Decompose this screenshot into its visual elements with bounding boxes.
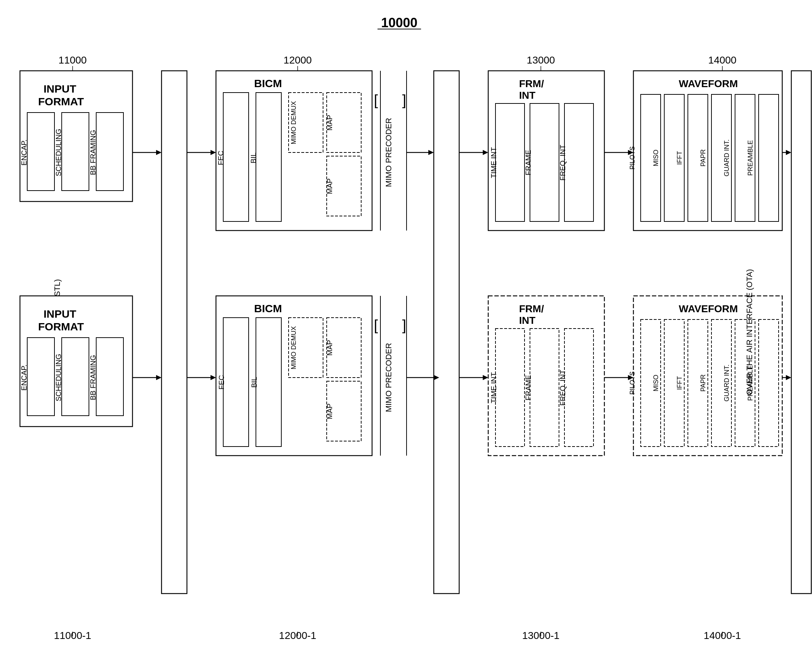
papr-2: PAPR: [700, 374, 707, 392]
label-11000: 11000: [59, 54, 87, 66]
diagram-svg: 10000 11000 INPUT FORMAT ENCAP. SCHEDULI…: [0, 0, 812, 664]
scheduling-1: SCHEDULING: [54, 129, 62, 176]
svg-rect-6: [96, 112, 124, 190]
frm-int-1-line1: FRM/: [519, 78, 544, 89]
preamble-1: PREAMBLE: [747, 140, 754, 176]
miso-1: MISO: [652, 150, 659, 166]
svg-rect-26: [434, 71, 459, 594]
svg-text:]: ]: [402, 92, 406, 108]
svg-rect-32: [530, 104, 559, 221]
time-int-1: TIME INT: [490, 147, 498, 178]
map-2-upper: MAP: [325, 340, 334, 355]
svg-text:]: ]: [402, 317, 406, 333]
bb-framing-1: BB FRAMING: [89, 130, 97, 175]
svg-rect-5: [62, 112, 89, 190]
svg-rect-75: [565, 329, 594, 446]
svg-rect-15: [256, 93, 282, 221]
main-title: 10000: [381, 15, 417, 30]
freq-int-1: FREQ. INT: [559, 145, 566, 181]
map-1-lower: MAP: [325, 178, 334, 194]
encap-1: ENCAP.: [20, 139, 28, 166]
ifft-1: IFFT: [676, 151, 683, 165]
miso-2: MISO: [652, 375, 659, 391]
bb-framing-2: BB FRAMING: [89, 355, 97, 400]
svg-rect-43: [758, 94, 779, 221]
bicm-1-title: BICM: [254, 77, 282, 89]
svg-text:[: [: [374, 317, 378, 333]
label-14000: 14000: [708, 54, 737, 66]
papr-1: PAPR: [700, 149, 707, 167]
map-1-upper: MAP: [325, 115, 334, 130]
encap-2: ENCAP.: [20, 365, 28, 391]
ifft-2: IFFT: [676, 376, 683, 390]
svg-rect-48: [27, 338, 54, 416]
input-format-2-title-line1: INPUT: [44, 308, 76, 320]
input-format-1-title-line2: FORMAT: [38, 96, 84, 107]
frm-int-2-line1: FRM/: [519, 303, 544, 314]
ota-label: OVER THE AIR INTERFACE (OTA): [745, 269, 754, 395]
frame-1: FRAME: [524, 150, 532, 175]
input-format-1-title-line1: INPUT: [44, 83, 76, 95]
pilots-1: PILOTS: [629, 146, 636, 169]
bicm-2-title: BICM: [254, 303, 282, 314]
svg-text:[: [: [374, 92, 378, 108]
frame-2: FRAME: [524, 375, 532, 400]
bil-1: BIL: [249, 153, 257, 163]
svg-rect-49: [62, 338, 89, 416]
mimo-demux-2: MIMO DEMUX: [290, 326, 297, 369]
svg-rect-9: [161, 71, 187, 594]
svg-rect-50: [96, 338, 124, 416]
svg-rect-74: [530, 329, 559, 446]
time-int-2: TIME INT: [490, 372, 498, 404]
svg-rect-57: [223, 318, 249, 446]
waveform-1-title: WAVEFORM: [679, 78, 738, 89]
guard-int-1: GUARD INT.: [723, 139, 730, 176]
freq-int-2: FREQ. INT: [559, 370, 566, 406]
waveform-2-title: WAVEFORM: [679, 303, 738, 314]
svg-rect-85: [758, 319, 779, 446]
input-format-2-title-line2: FORMAT: [38, 321, 84, 332]
mimo-precoder-1: MIMO PRECODER: [384, 118, 393, 187]
svg-rect-14: [223, 93, 249, 221]
fec-1: FEC: [217, 151, 225, 165]
mimo-demux-1: MIMO DEMUX: [290, 101, 297, 145]
fec-2: FEC: [217, 375, 225, 389]
svg-rect-33: [565, 104, 594, 221]
svg-rect-73: [495, 329, 524, 446]
svg-rect-58: [256, 318, 282, 446]
frm-int-1-line2: INT: [519, 90, 535, 101]
guard-int-2: GUARD INT.: [723, 365, 730, 402]
scheduling-2: SCHEDULING: [54, 353, 62, 401]
label-13000: 13000: [527, 54, 555, 66]
svg-rect-88: [791, 71, 811, 594]
pilots-2: PILOTS: [629, 371, 636, 395]
svg-rect-31: [495, 104, 524, 221]
bil-2: BIL: [250, 377, 258, 388]
frm-int-2-line2: INT: [519, 315, 535, 326]
diagram-container: 10000 11000 INPUT FORMAT ENCAP. SCHEDULI…: [0, 0, 812, 664]
mimo-precoder-2: MIMO PRECODER: [384, 343, 393, 412]
map-2-lower: MAP: [325, 404, 334, 419]
svg-rect-4: [27, 112, 54, 190]
label-12000: 12000: [283, 54, 312, 66]
